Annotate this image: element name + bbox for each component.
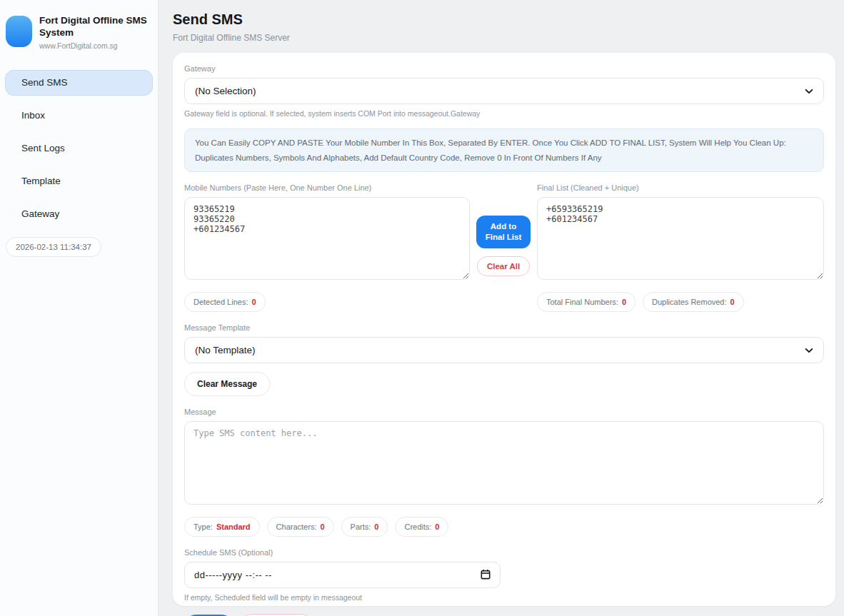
sidebar: Fort Digital Offline SMS System www.Fort… xyxy=(0,0,159,616)
main-content: Send SMS Fort Digital Offline SMS Server… xyxy=(159,0,844,616)
gateway-select-value: (No Selection) xyxy=(195,86,256,96)
send-sms-card: Gateway (No Selection) Gateway field is … xyxy=(173,53,835,606)
credits-count: 0 xyxy=(435,522,439,531)
clear-all-numbers-button[interactable]: Clear All xyxy=(477,256,530,276)
detected-lines-count: 0 xyxy=(251,298,256,306)
schedule-datetime-value: dd-----yyyy --:-- -- xyxy=(194,570,272,580)
sms-type-value: Standard xyxy=(216,522,251,531)
message-template-select-value: (No Template) xyxy=(195,345,256,355)
page-subtitle: Fort Digital Offline SMS Server xyxy=(173,33,835,43)
final-list-label: Final List (Cleaned + Unique) xyxy=(537,183,824,192)
brand-title: Fort Digital Offline SMS System xyxy=(39,14,151,39)
chevron-down-icon xyxy=(804,86,814,99)
message-template-select[interactable]: (No Template) xyxy=(184,337,824,363)
clock-badge: 2026-02-13 11:34:37 xyxy=(6,237,101,257)
message-template-label: Message Template xyxy=(184,323,824,332)
sidebar-item-label: Inbox xyxy=(21,110,45,121)
brand-url: www.FortDigital.com.sg xyxy=(39,41,151,51)
gateway-label: Gateway xyxy=(184,64,824,73)
sidebar-item-gateway[interactable]: Gateway xyxy=(5,201,153,227)
page-title: Send SMS xyxy=(173,11,835,28)
clear-message-button[interactable]: Clear Message xyxy=(184,372,270,396)
message-textarea[interactable] xyxy=(184,421,824,505)
message-label: Message xyxy=(184,408,824,416)
app-logo-icon xyxy=(6,16,32,47)
sidebar-item-sent-logs[interactable]: Sent Logs xyxy=(5,136,153,161)
total-final-numbers-badge: Total Final Numbers:0 xyxy=(537,292,635,312)
parts-count: 0 xyxy=(374,522,378,531)
chevron-down-icon xyxy=(804,345,814,358)
schedule-help-text: If empty, Scheduled field will be empty … xyxy=(184,593,824,602)
sidebar-item-template[interactable]: Template xyxy=(5,168,153,194)
schedule-datetime-input[interactable]: dd-----yyyy --:-- -- xyxy=(184,562,501,588)
gateway-help-text: Gateway field is optional. If selected, … xyxy=(184,109,824,118)
calendar-icon[interactable] xyxy=(481,569,491,582)
credits-badge: Credits:0 xyxy=(395,517,448,537)
schedule-label: Schedule SMS (Optional) xyxy=(184,548,824,557)
sidebar-item-label: Sent Logs xyxy=(21,143,65,153)
gateway-select[interactable]: (No Selection) xyxy=(184,78,824,104)
characters-count: 0 xyxy=(320,522,324,531)
paste-instructions-note: You Can Easily COPY AND PASTE Your Mobil… xyxy=(184,128,824,172)
detected-lines-badge: Detected Lines:0 xyxy=(184,292,266,312)
sidebar-item-label: Send SMS xyxy=(21,77,68,88)
sms-type-badge: Type:Standard xyxy=(184,517,260,537)
add-to-final-list-button[interactable]: Add to Final List xyxy=(476,216,531,248)
sidebar-item-label: Gateway xyxy=(21,208,59,219)
total-final-count: 0 xyxy=(622,298,626,306)
duplicates-removed-badge: Duplicates Removed:0 xyxy=(643,292,744,312)
final-list-textarea[interactable]: +6593365219 +601234567 xyxy=(537,197,824,280)
sidebar-nav: Send SMS Inbox Sent Logs Template Gatewa… xyxy=(5,70,153,227)
sidebar-item-inbox[interactable]: Inbox xyxy=(5,103,153,128)
mobile-numbers-textarea[interactable]: 93365219 93365220 +601234567 xyxy=(184,197,470,280)
numbers-section: Mobile Numbers (Paste Here, One Number O… xyxy=(184,183,824,312)
parts-badge: Parts:0 xyxy=(341,517,388,537)
duplicates-count: 0 xyxy=(730,298,735,306)
sidebar-item-label: Template xyxy=(21,176,61,186)
characters-badge: Characters:0 xyxy=(267,517,334,537)
mobile-numbers-label: Mobile Numbers (Paste Here, One Number O… xyxy=(184,183,470,192)
sidebar-item-send-sms[interactable]: Send SMS xyxy=(5,70,153,96)
brand: Fort Digital Offline SMS System www.Fort… xyxy=(5,14,153,51)
